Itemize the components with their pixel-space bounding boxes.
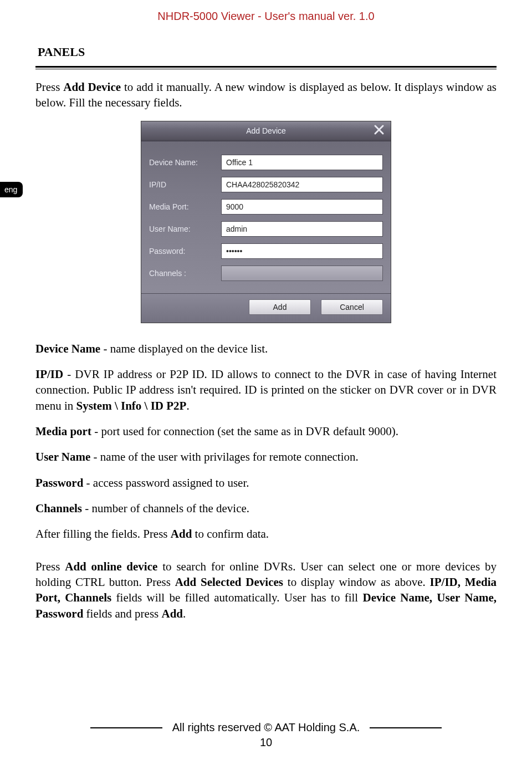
dialog-body: Device Name: IP/ID Media Port: User Name… [141,141,391,294]
text: to display window as above. [288,575,430,589]
input-password[interactable] [221,243,383,259]
language-label: eng [4,185,17,194]
text: fields and press [86,607,162,620]
field-password: Password: [149,243,383,259]
desc-after: After filling the fields. Press Add to c… [35,526,497,542]
text-bold: System \ Info \ ID P2P [76,399,187,412]
text: - port used for connection (set the same… [94,425,398,438]
desc-user-name: User Name - name of the user with privil… [35,449,497,465]
dialog-title: Add Device [246,126,286,135]
section-title: PANELS [35,45,497,59]
label-channels: Channels : [149,269,221,278]
text: . [183,607,186,620]
field-device-name: Device Name: [149,155,383,170]
desc-device-name: Device Name - name displayed on the devi… [35,341,497,356]
input-media-port[interactable] [221,199,383,215]
text-bold: Add [161,607,183,620]
desc-channels: Channels - number of channels of the dev… [35,501,497,516]
doc-title: NHDR-5000 Viewer - User's manual ver. 1.… [157,10,374,22]
text-bold: Channels [35,502,85,515]
text: After filling the fields. Press [35,527,171,540]
button-label: Cancel [340,303,364,312]
text: to confirm data. [195,527,269,540]
text: Press [35,560,65,573]
dialog-titlebar: Add Device [141,121,391,141]
text: - name displayed on the device list. [103,342,268,355]
add-button[interactable]: Add [249,299,311,315]
footer-rule-right [370,727,442,728]
close-icon [374,124,385,137]
field-channels: Channels : [149,266,383,281]
label-ip-id: IP/ID [149,180,221,189]
text-bold: Add online device [65,560,162,573]
desc-password: Password - access password assigned to u… [35,475,497,491]
field-user-name: User Name: [149,221,383,237]
text-bold: Add Device [63,80,124,94]
divider-thin [35,69,497,69]
label-device-name: Device Name: [149,158,221,167]
footer: All rights reserved © AAT Holding S.A. 1… [0,721,532,749]
doc-header: NHDR-5000 Viewer - User's manual ver. 1.… [0,0,532,23]
desc-ip-id: IP/ID - DVR IP address or P2P ID. ID all… [35,366,497,414]
input-channels[interactable] [221,266,383,281]
input-user-name[interactable] [221,221,383,237]
label-password: Password: [149,247,221,256]
page-number: 10 [0,736,532,749]
text: - name of the user with privilages for r… [94,450,359,463]
text-bold: Password [35,476,86,489]
text: . [186,399,189,412]
button-label: Add [273,303,287,312]
text: - access password assigned to user. [86,476,249,489]
field-media-port: Media Port: [149,199,383,215]
text: fields will be filled automatically. Use… [116,591,363,604]
text: Press [35,80,63,94]
dialog-screenshot: Add Device Device Name: IP/ID [35,121,497,323]
divider-thick [35,66,497,68]
add-device-dialog: Add Device Device Name: IP/ID [141,121,391,323]
footer-copyright: All rights reserved © AAT Holding S.A. [172,721,360,734]
field-ip-id: IP/ID [149,177,383,192]
footer-rule-left [90,727,162,728]
cancel-button[interactable]: Cancel [321,299,383,315]
text-bold: IP/ID [35,368,67,381]
close-button[interactable] [372,124,386,138]
text-bold: Add Selected Devices [175,575,288,589]
text-bold: User Name [35,450,94,463]
dialog-buttons: Add Cancel [141,294,391,323]
language-tab: eng [0,182,23,197]
text-bold: Add [171,527,195,540]
text-bold: Device Name [35,342,103,355]
input-device-name[interactable] [221,155,383,170]
text: - number of channels of the device. [85,502,249,515]
desc-media-port: Media port - port used for connection (s… [35,424,497,439]
label-user-name: User Name: [149,225,221,233]
para-add-online: Press Add online device to search for on… [35,559,497,621]
intro-paragraph: Press Add Device to add it manually. A n… [35,79,497,111]
label-media-port: Media Port: [149,202,221,211]
text-bold: Media port [35,425,94,438]
input-ip-id[interactable] [221,177,383,192]
